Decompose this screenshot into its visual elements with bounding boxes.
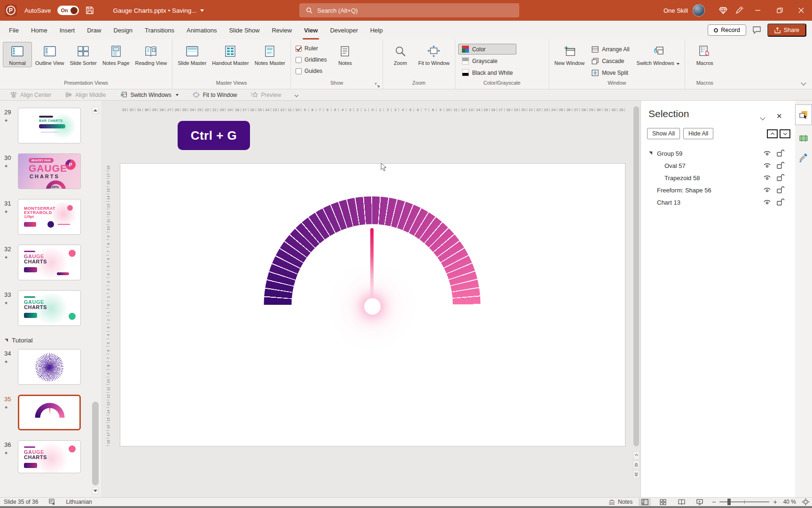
comments-icon[interactable] [753,26,761,34]
reading-view-toggle[interactable] [675,498,687,506]
format-pane-launcher[interactable] [795,148,812,168]
slide-sorter-toggle[interactable] [657,498,669,506]
editor-pen-icon[interactable] [731,0,747,21]
switch-windows-button[interactable]: Switch Windows [634,42,682,67]
scrollbar-thumb[interactable] [92,402,99,485]
move-split-button[interactable]: Move Split [588,67,633,78]
editing-canvas[interactable]: 3332313029282726252423222120191817161514… [101,101,640,497]
record-button[interactable]: Record [708,24,746,36]
hide-all-button[interactable]: Hide All [683,128,713,139]
unlock-icon[interactable] [777,186,784,193]
collapse-ribbon-chevron-icon[interactable] [802,79,805,86]
unlock-icon[interactable] [777,198,784,206]
powerpoint-app-icon[interactable]: P [5,4,17,16]
slideshow-toggle[interactable] [694,498,706,506]
align-middle-button[interactable]: Align Middle [65,92,106,98]
pane-close-icon[interactable]: ✕ [776,112,782,120]
dialog-launcher-icon[interactable] [375,83,380,87]
align-center-button[interactable]: Align Center [10,92,51,98]
zoom-percentage[interactable]: 40 % [783,499,796,505]
canvas-scrollbar[interactable] [633,101,640,497]
handout-master-button[interactable]: Handout Master [210,42,251,67]
gauge-needle[interactable] [370,228,374,300]
ribbon-tab[interactable]: View [298,21,324,40]
fit-slide-to-window-icon[interactable] [802,499,809,505]
scrollbar-button[interactable] [633,451,640,460]
preview-button[interactable]: Preview [251,92,281,98]
fit-to-window-quick-button[interactable]: Fit to Window [193,92,237,98]
reading-view-button[interactable]: Reading View [133,42,170,67]
notes-toggle[interactable]: Notes [609,499,632,505]
next-slide-button[interactable] [633,470,640,478]
visibility-eye-icon[interactable] [763,162,771,169]
toolbar-overflow-chevron-icon[interactable] [295,94,298,96]
ribbon-tab[interactable]: Animations [180,21,223,40]
ribbon-tab[interactable]: Home [25,21,54,40]
fit-to-window-button[interactable]: Fit to Window [416,42,452,67]
slide-thumbnail-34[interactable] [18,349,81,385]
selection-item[interactable]: Freeform: Shape 56 [641,184,795,196]
slide-counter[interactable]: Slide 35 of 36 [4,499,38,505]
minimize-button[interactable] [747,0,769,21]
pane-menu-chevron-icon[interactable] [761,114,765,121]
expander-icon[interactable] [649,151,652,155]
previous-slide-button[interactable] [633,460,640,469]
restore-button[interactable] [769,0,790,21]
normal-view-button[interactable]: Normal [3,42,32,67]
ribbon-tab[interactable]: Slide Show [223,21,265,40]
scroll-up-button[interactable] [92,106,99,114]
share-button[interactable]: Share [767,24,806,37]
ribbon-tab[interactable]: Insert [54,21,81,40]
ribbon-tab[interactable]: Help [364,21,389,40]
slide-thumbnail-30[interactable]: BEAUTIFY YOUR GAUGE CHARTS 100% P [18,153,81,189]
bring-forward-button[interactable] [767,129,778,138]
search-input[interactable] [317,7,496,14]
ribbon-tab[interactable]: Review [265,21,298,40]
show-all-button[interactable]: Show All [647,128,680,139]
grayscale-button[interactable]: Grayscale [458,56,517,66]
scroll-down-button[interactable] [92,487,99,494]
unlock-icon[interactable] [777,174,784,181]
save-icon[interactable] [86,6,94,15]
ribbon-tab[interactable]: Draw [81,21,107,40]
selection-item[interactable]: Trapezoid 58 [641,172,795,184]
scrollbar-thumb[interactable] [633,106,639,446]
ribbon-tab[interactable]: Transitions [139,21,180,40]
gridlines-checkbox[interactable]: Gridlines [296,55,327,64]
normal-view-toggle[interactable] [639,498,651,506]
outline-view-button[interactable]: Outline View [33,42,67,67]
visibility-eye-icon[interactable] [763,198,771,206]
cascade-button[interactable]: Cascade [588,56,633,66]
zoom-slider-track[interactable] [719,501,769,502]
ruler-checkbox[interactable]: Ruler [296,44,327,53]
zoom-out-button[interactable]: − [712,498,716,506]
slide-thumbnail-33[interactable]: GAUGE CHARTS [18,290,81,326]
switch-windows-quick-button[interactable]: Switch Windows [120,92,178,98]
zoom-slider-thumb[interactable] [727,499,731,505]
zoom-in-button[interactable]: + [773,498,777,506]
selection-item[interactable]: Chart 13 [641,196,795,208]
language-indicator[interactable]: Lithuanian [66,499,92,505]
close-button[interactable] [790,0,812,21]
unlock-icon[interactable] [777,162,784,169]
ribbon-tab[interactable]: File [3,21,25,40]
slide-thumbnail-36[interactable]: GAUGE CHARTS [18,440,81,473]
notes-page-button[interactable]: Notes Page [100,42,132,67]
visibility-eye-icon[interactable] [763,186,771,193]
user-name[interactable]: One Skill [664,7,688,14]
slide-thumbnail-35-selected[interactable] [18,395,81,430]
slide-thumbnail-32[interactable]: GAUGE CHARTS [18,245,81,280]
selection-item[interactable]: Oval 57 [641,159,795,172]
notes-button[interactable]: Notes [330,42,359,67]
ribbon-tab[interactable]: Developer [324,21,364,40]
new-window-button[interactable]: New Window [552,42,587,67]
visibility-eye-icon[interactable] [763,174,771,181]
search-bar[interactable] [299,3,519,17]
visibility-eye-icon[interactable] [763,150,771,157]
slide-master-button[interactable]: Slide Master [175,42,209,67]
notes-master-button[interactable]: Notes Master [252,42,288,67]
guides-checkbox[interactable]: Guides [296,66,327,76]
section-tutorial[interactable]: Tutorial [5,336,101,344]
slide-panel-scrollbar[interactable] [92,106,99,494]
zoom-button[interactable]: Zoom [386,42,415,67]
